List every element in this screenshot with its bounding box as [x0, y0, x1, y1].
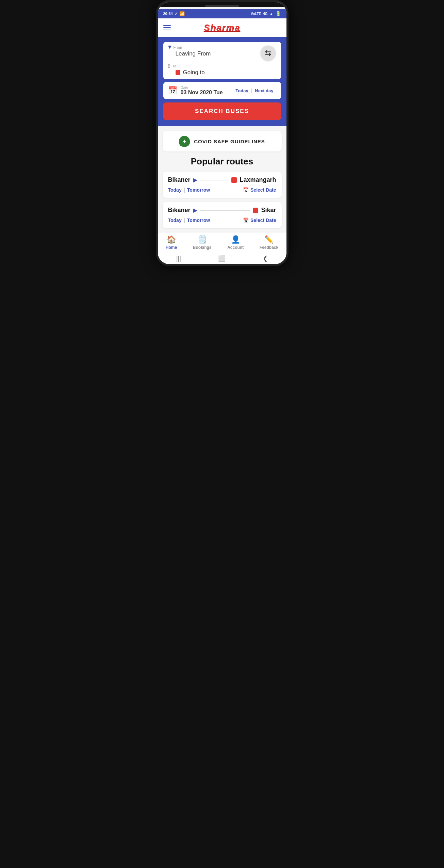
route-card-0: Bikaner ▶ Laxmangarh Today | Tomorrow 📅 … — [163, 172, 282, 198]
covid-text: COVID SAFE GUIDELINES — [194, 139, 265, 144]
date-value: 03 Nov 2020 Tue — [181, 90, 223, 96]
date-left: 📅 Date 03 Nov 2020 Tue — [168, 85, 223, 96]
nav-account[interactable]: 👤 Account — [227, 235, 244, 250]
nav-feedback-label: Feedback — [260, 245, 278, 250]
route-arrow-icon-0: ▶ — [193, 177, 197, 183]
route-date-links-0: Today | Tomorrow — [168, 187, 210, 193]
date-label: Date — [181, 85, 223, 90]
top-nav: Sharma — [158, 18, 286, 37]
route-tomorrow-0[interactable]: Tomorrow — [187, 187, 210, 193]
phone-frame: 20:34 ✓ 📶 VoLTE 4G ▲ 🔋 Sharma From — [156, 0, 289, 266]
sys-back-icon[interactable]: ||| — [176, 255, 181, 262]
bookings-icon: 🗒️ — [198, 235, 207, 244]
app-logo: Sharma — [204, 22, 240, 33]
from-label: From — [168, 45, 276, 49]
calendar-small-icon-1: 📅 — [243, 218, 249, 223]
route-to-icon-1 — [253, 208, 258, 213]
select-date-button-0[interactable]: 📅 Select Date — [243, 187, 276, 193]
route-from-1: Bikaner — [168, 207, 191, 214]
route-to-1: Sikar — [261, 207, 276, 214]
nav-home-label: Home — [166, 245, 177, 250]
status-left: 20:34 ✓ 📶 — [163, 11, 185, 16]
calendar-icon: 📅 — [168, 86, 177, 95]
signal-icon: 📶 — [179, 11, 185, 16]
volte-icon: VoLTE — [251, 12, 261, 16]
time-display: 20:34 — [163, 12, 173, 16]
route-row-1: Bikaner ▶ Sikar — [168, 207, 276, 214]
route-actions-0: Today | Tomorrow 📅 Select Date — [168, 187, 276, 193]
status-bar: 20:34 ✓ 📶 VoLTE 4G ▲ 🔋 — [158, 9, 286, 18]
bottom-nav: 🏠 Home 🗒️ Bookings 👤 Account ✏️ Feedback — [158, 232, 286, 251]
sys-recents-icon[interactable]: ❮ — [263, 255, 268, 262]
4g-icon: 4G — [263, 12, 267, 16]
route-today-1[interactable]: Today — [168, 218, 182, 223]
route-line-1 — [200, 210, 250, 211]
route-actions-1: Today | Tomorrow 📅 Select Date — [168, 217, 276, 223]
select-date-button-1[interactable]: 📅 Select Date — [243, 218, 276, 223]
swap-button[interactable] — [261, 46, 276, 61]
sys-home-icon[interactable]: ⬜ — [218, 255, 226, 262]
to-dots-icon — [168, 64, 170, 68]
home-icon: 🏠 — [167, 235, 176, 244]
nav-bookings-label: Bookings — [193, 245, 212, 250]
notch — [205, 5, 239, 7]
route-today-0[interactable]: Today — [168, 187, 182, 193]
today-button[interactable]: Today — [233, 87, 251, 95]
system-nav-bar: ||| ⬜ ❮ — [158, 251, 286, 264]
route-card-1: Bikaner ▶ Sikar Today | Tomorrow 📅 Selec… — [163, 202, 282, 228]
search-section: From Leaving From — [158, 37, 286, 126]
date-card[interactable]: 📅 Date 03 Nov 2020 Tue Today | Next day — [163, 82, 281, 99]
to-value: Going to — [168, 69, 276, 76]
route-input-card: From Leaving From — [163, 42, 281, 79]
to-location-icon — [176, 70, 180, 75]
route-to-0: Laxmangarh — [240, 176, 276, 183]
to-label: To — [168, 64, 276, 68]
route-date-links-1: Today | Tomorrow — [168, 217, 210, 223]
to-field[interactable]: To Going to — [163, 61, 281, 79]
route-line-0 — [200, 180, 229, 180]
signal-bars-icon: ▲ — [270, 12, 273, 16]
covid-banner[interactable]: + COVID SAFE GUIDELINES — [163, 131, 282, 151]
status-right: VoLTE 4G ▲ 🔋 — [251, 11, 281, 16]
route-to-icon-0 — [231, 177, 237, 183]
feedback-icon: ✏️ — [264, 235, 274, 244]
route-arrow-icon-1: ▶ — [193, 207, 197, 213]
account-icon: 👤 — [231, 235, 240, 244]
popular-routes-title: Popular routes — [158, 156, 286, 167]
next-day-button[interactable]: Next day — [252, 87, 276, 95]
battery-icon: 🔋 — [275, 11, 281, 16]
nav-account-label: Account — [227, 245, 244, 250]
nav-feedback[interactable]: ✏️ Feedback — [260, 235, 278, 250]
nav-home[interactable]: 🏠 Home — [166, 235, 177, 250]
shield-plus-icon: + — [179, 136, 190, 147]
date-info: Date 03 Nov 2020 Tue — [181, 85, 223, 96]
search-buses-button[interactable]: SEARCH BUSES — [163, 102, 281, 120]
route-row-0: Bikaner ▶ Laxmangarh — [168, 176, 276, 183]
shield-status-icon: ✓ — [175, 12, 178, 16]
calendar-small-icon-0: 📅 — [243, 187, 249, 193]
route-from-0: Bikaner — [168, 176, 191, 183]
hamburger-menu[interactable] — [163, 25, 171, 31]
route-tomorrow-1[interactable]: Tomorrow — [187, 218, 210, 223]
from-value: Leaving From — [168, 50, 276, 57]
date-actions: Today | Next day — [233, 87, 276, 95]
nav-bookings[interactable]: 🗒️ Bookings — [193, 235, 212, 250]
from-dot-icon — [168, 46, 171, 49]
